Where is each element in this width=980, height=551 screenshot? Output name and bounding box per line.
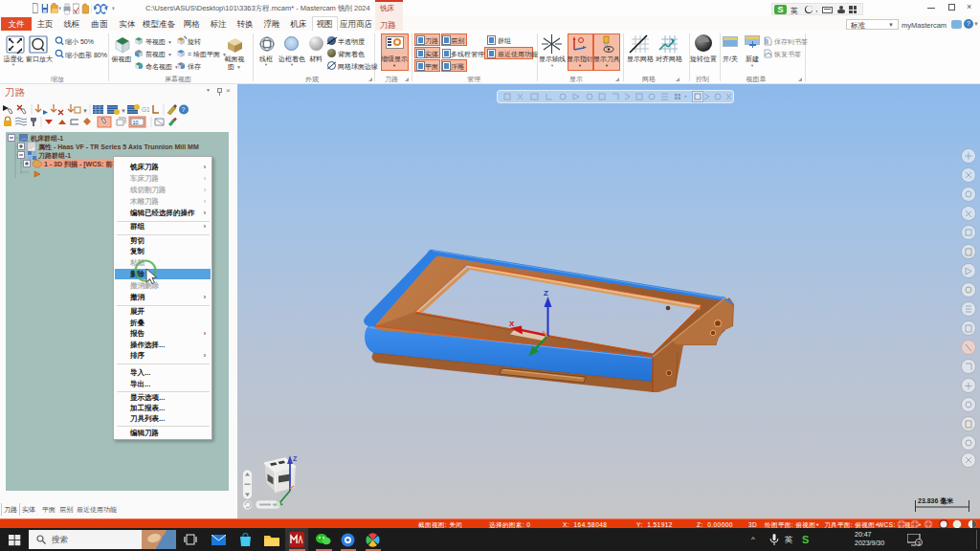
svg-text:▼: ▼ (121, 108, 126, 114)
svg-text:▼: ▼ (112, 5, 116, 11)
svg-text:Z: Z (544, 289, 548, 298)
svg-text:?: ? (182, 106, 186, 113)
svg-text:▼: ▼ (82, 108, 88, 114)
svg-text:23.836 毫米: 23.836 毫米 (918, 496, 954, 505)
svg-text:Z: Z (293, 455, 298, 462)
svg-text:▼: ▼ (58, 5, 62, 11)
svg-text:X: X (509, 320, 515, 328)
svg-text:G1: G1 (142, 106, 150, 113)
svg-text:10: 10 (133, 120, 139, 125)
